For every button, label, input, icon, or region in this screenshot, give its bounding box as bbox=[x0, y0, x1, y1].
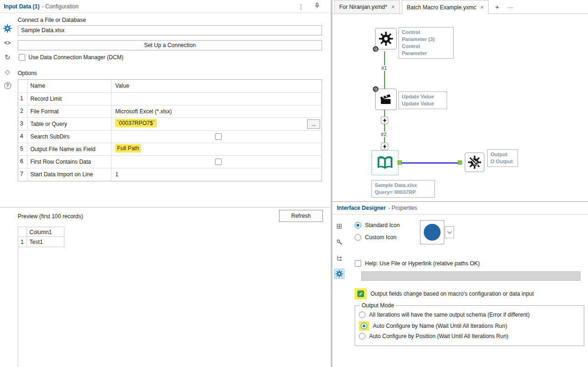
dcm-checkbox[interactable] bbox=[19, 54, 25, 61]
designer-content: Standard Icon Custom Icon Help: Use File… bbox=[351, 215, 588, 367]
layout-view-icon[interactable]: ⊞ bbox=[334, 221, 344, 231]
first-row-data-checkbox[interactable] bbox=[215, 159, 222, 165]
update-value-tool[interactable] bbox=[375, 89, 397, 110]
table-query-highlighted-value: `00037RPO7$` bbox=[115, 119, 157, 127]
tab-batch-macro-example[interactable]: Batch Macro Example.yxmc × bbox=[402, 0, 489, 14]
table-or-query-value[interactable]: `00037RPO7$` ... bbox=[112, 118, 322, 130]
same-schema-radio[interactable] bbox=[359, 312, 365, 318]
standard-icon-label: Standard Icon bbox=[365, 222, 400, 229]
options-row-table-or-query: 3 Table or Query `00037RPO7$` ... bbox=[18, 118, 322, 131]
alteryx-designer-window: Input Data (1) - Configuration ⋮ <> ↻ ◇ … bbox=[0, 0, 588, 367]
output-connection-line bbox=[402, 162, 459, 164]
interface-designer-panel: Interface Designer - Properties ⊞ Sta bbox=[332, 201, 588, 367]
preview-row-number: 1 bbox=[18, 237, 27, 247]
xml-view-icon[interactable]: <> bbox=[3, 39, 12, 47]
file-path-input[interactable] bbox=[18, 25, 322, 35]
preview-data-row[interactable]: 1 Test1 bbox=[18, 237, 325, 247]
output-filename-dropdown[interactable]: Full Path bbox=[112, 143, 322, 155]
option-name: Search SubDirs bbox=[28, 131, 112, 143]
control-parameter-tool[interactable] bbox=[375, 28, 397, 49]
setup-connection-button[interactable]: Set Up a Connection bbox=[18, 40, 322, 50]
right-pane: For Niranjan.yxmd* × Batch Macro Example… bbox=[332, 0, 588, 367]
options-row-search-subdirs: 4 Search SubDirs bbox=[18, 131, 322, 143]
options-row-output-filename: 5 Output File Name as Field Full Path bbox=[18, 143, 322, 156]
tag-view-icon[interactable]: ◇ bbox=[3, 68, 12, 76]
refresh-view-icon[interactable]: ↻ bbox=[3, 53, 12, 62]
connection-2-label: #2 bbox=[379, 132, 388, 137]
help-icon[interactable]: ? bbox=[4, 82, 11, 89]
options-table: Name Value 1 Record Limit 2 File Format … bbox=[18, 79, 322, 181]
row-number: 1 bbox=[18, 93, 28, 105]
row-number: 2 bbox=[18, 105, 28, 118]
more-tabs-button[interactable]: ... bbox=[504, 0, 517, 14]
help-hyperlink-checkbox[interactable] bbox=[355, 260, 361, 267]
output-fields-checkbox[interactable]: ✓ bbox=[357, 291, 364, 297]
panel-menu-icon[interactable]: ⋮ bbox=[298, 3, 304, 10]
input-data-book-icon bbox=[376, 154, 394, 172]
auto-configure-name-radio[interactable] bbox=[361, 323, 367, 329]
auto-configure-name-label: Auto Configure by Name (Wait Until All I… bbox=[373, 323, 507, 329]
macro-input-bolt-icon bbox=[381, 143, 388, 150]
preview-grid: Column1 1 Test1 bbox=[18, 227, 325, 367]
standard-icon-radio[interactable] bbox=[355, 222, 361, 229]
macro-icon-preview[interactable] bbox=[420, 220, 444, 244]
mode-auto-position-row: Auto Configure by Position (Wait Until A… bbox=[359, 333, 584, 339]
input-data-annotation[interactable]: Sample Data.xlsx Query=`00037RP bbox=[371, 180, 435, 198]
dcm-row: Use Data Connection Manager (DCM) bbox=[19, 54, 123, 61]
panel-splitter[interactable] bbox=[0, 207, 331, 208]
refresh-button[interactable]: Refresh bbox=[279, 210, 323, 222]
designer-subtitle: - Properties bbox=[388, 205, 417, 211]
connect-file-label: Connect a File or Database bbox=[18, 17, 86, 23]
same-schema-label: All Iterations will have the same output… bbox=[369, 312, 530, 318]
dcm-label: Use Data Connection Manager (DCM) bbox=[28, 54, 123, 61]
record-limit-value[interactable] bbox=[112, 93, 322, 105]
macro-output-tool[interactable] bbox=[465, 152, 484, 172]
question-anchor-icon: Q bbox=[373, 86, 378, 92]
close-tab-icon[interactable]: × bbox=[480, 4, 483, 11]
options-header-row: Name Value bbox=[18, 80, 322, 93]
row-number: 5 bbox=[18, 143, 28, 155]
connection-1-label: #1 bbox=[380, 65, 388, 71]
input-data-tool-selected[interactable] bbox=[371, 150, 399, 175]
designer-tool-strip: ⊞ bbox=[332, 215, 346, 367]
custom-icon-radio[interactable] bbox=[355, 234, 361, 241]
configuration-header: Input Data (1) - Configuration ⋮ bbox=[0, 0, 331, 13]
auto-configure-position-radio[interactable] bbox=[359, 333, 365, 339]
close-tab-icon[interactable]: × bbox=[392, 4, 395, 10]
auto-configure-position-label: Auto Configure by Position (Wait Until A… bbox=[369, 333, 508, 339]
clapperboard-icon bbox=[379, 92, 393, 106]
tree-view-icon[interactable] bbox=[334, 253, 344, 263]
search-subdirs-checkbox[interactable] bbox=[215, 133, 222, 140]
options-label: Options bbox=[18, 70, 37, 76]
mode-same-schema-row: All Iterations will have the same output… bbox=[359, 312, 584, 318]
file-format-dropdown[interactable]: Microsoft Excel (*.xlsx) bbox=[112, 105, 322, 118]
browse-ellipsis-button[interactable]: ... bbox=[307, 119, 320, 129]
tab-for-niranjan[interactable]: For Niranjan.yxmd* × bbox=[334, 0, 400, 14]
option-name: Start Data Import on Line bbox=[28, 168, 112, 181]
output-annotation[interactable]: Output O Output bbox=[487, 149, 518, 167]
update-value-annotation[interactable]: Update Value Update Value bbox=[399, 91, 447, 109]
preview-cell: Test1 bbox=[27, 237, 64, 247]
macro-input-bolt-icon bbox=[381, 117, 388, 124]
option-name: Output File Name as Field bbox=[28, 143, 112, 155]
start-import-line-value[interactable]: 1 bbox=[112, 168, 322, 181]
properties-view-icon[interactable] bbox=[334, 269, 344, 279]
workflow-canvas[interactable]: Q Control Parameter (3) Control Paramete… bbox=[332, 14, 588, 201]
configuration-view-icon[interactable] bbox=[3, 24, 12, 33]
output-mode-legend: Output Mode bbox=[360, 302, 396, 309]
preview-header-row: Column1 bbox=[18, 227, 325, 237]
options-row-file-format: 2 File Format Microsoft Excel (*.xlsx) bbox=[18, 105, 322, 118]
output-fields-row: ✓ Output fields change based on macro's … bbox=[355, 288, 534, 299]
configuration-panel: Input Data (1) - Configuration ⋮ <> ↻ ◇ … bbox=[0, 0, 331, 367]
mode-auto-name-row: Auto Configure by Name (Wait Until All I… bbox=[359, 321, 584, 331]
icon-dropdown-button[interactable] bbox=[445, 226, 454, 238]
designer-title: Interface Designer bbox=[337, 205, 386, 211]
check-icon: ✓ bbox=[358, 291, 363, 297]
row-number: 4 bbox=[18, 131, 28, 143]
gear-icon bbox=[379, 32, 393, 46]
options-row-record-limit: 1 Record Limit bbox=[18, 93, 322, 105]
new-tab-button[interactable]: + bbox=[490, 0, 504, 14]
control-parameter-annotation[interactable]: Control Parameter (3) Control Parameter bbox=[399, 27, 454, 59]
pin-icon[interactable] bbox=[314, 2, 321, 11]
test-view-icon[interactable] bbox=[334, 237, 344, 247]
